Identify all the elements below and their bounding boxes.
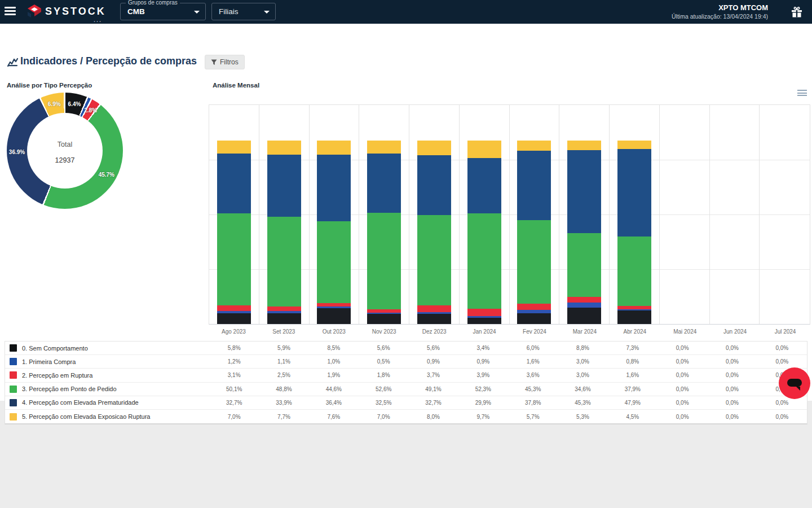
bar-segment[interactable] [617, 149, 651, 237]
bar-segment[interactable] [517, 304, 551, 310]
bar-segment[interactable] [367, 314, 401, 324]
bar-segment[interactable] [417, 141, 451, 155]
table-value-cell: 0,0% [707, 400, 757, 406]
bar-segment[interactable] [267, 141, 301, 155]
table-value-cell: 0,0% [757, 400, 807, 406]
table-value-cell: 5,7% [508, 414, 558, 420]
bar-segment[interactable] [217, 213, 251, 305]
table-value-cell: 0,9% [458, 358, 508, 365]
bar-segment[interactable] [467, 318, 501, 324]
bar-segment[interactable] [317, 308, 351, 324]
bar-column [559, 105, 610, 324]
bar-segment[interactable] [217, 154, 251, 213]
bar-segment[interactable] [567, 303, 601, 308]
table-value-cell: 0,0% [657, 372, 707, 378]
bar-segment[interactable] [417, 314, 451, 324]
bar-segment[interactable] [467, 213, 501, 309]
legend-item[interactable]: 1. Primeira Compra [5, 358, 209, 365]
chevron-down-icon [264, 11, 270, 14]
legend-item[interactable]: 3. Percepção em Ponto de Pedido [5, 386, 209, 393]
table-value-cell: 0,0% [757, 414, 807, 420]
dropdown-value: Filiais [219, 3, 239, 20]
filiais-dropdown[interactable]: Filiais [211, 3, 276, 20]
bar-segment[interactable] [617, 237, 651, 306]
table-value-cell: 45,3% [558, 400, 607, 406]
bar-column [359, 105, 409, 324]
table-row: 0. Sem Comportamento5,8%5,9%8,5%5,6%5,6%… [5, 341, 807, 355]
account-info: XPTO MTCOM Última atualização: 13/04/202… [672, 3, 768, 20]
stacked-bar-chart [209, 104, 810, 325]
donut-chart-wrap: Total 12937 6.4%2.8%45.7%36.9%6.9% [7, 93, 123, 209]
table-value-cell: 7,0% [209, 414, 259, 420]
bar-segment[interactable] [517, 141, 551, 151]
bar-segment[interactable] [517, 220, 551, 303]
donut-slice-label: 6.9% [48, 101, 61, 107]
bar-segment[interactable] [367, 141, 401, 154]
bar-segment[interactable] [317, 141, 351, 155]
table-row: 3. Percepção em Ponto de Pedido50,1%48,8… [5, 383, 807, 396]
bar-chart-title: Análise Mensal [213, 82, 259, 89]
bar-segment[interactable] [567, 297, 601, 303]
filters-button[interactable]: Filtros [205, 55, 245, 69]
grupos-de-compras-dropdown[interactable]: Grupos de compras CMB [120, 3, 206, 20]
bar-segment[interactable] [367, 213, 401, 309]
bar-segment[interactable] [517, 151, 551, 220]
chat-bubble-tail [796, 387, 800, 391]
legend-item[interactable]: 0. Sem Comportamento [5, 344, 209, 352]
bar-segment[interactable] [417, 215, 451, 305]
bar-segment[interactable] [517, 313, 551, 325]
legend-item[interactable]: 5. Percepção com Elevada Exposicao Ruptu… [5, 413, 209, 421]
bar-segment[interactable] [617, 310, 651, 324]
bar-segment[interactable] [567, 150, 601, 233]
legend-item[interactable]: 4. Percepção com Elevada Prematuridade [5, 399, 209, 406]
table-value-cell: 3,1% [209, 372, 259, 378]
bar-segment[interactable] [467, 141, 501, 159]
stacked-bar [517, 141, 551, 324]
table-value-cell: 0,0% [657, 358, 707, 365]
bar-segment[interactable] [267, 306, 301, 311]
series-data-table: 0. Sem Comportamento5,8%5,9%8,5%5,6%5,6%… [5, 341, 807, 424]
bar-segment[interactable] [467, 158, 501, 213]
indicators-chart-icon [7, 56, 19, 68]
bar-segment[interactable] [417, 305, 451, 312]
gift-icon[interactable] [791, 6, 803, 18]
x-axis-label: Out 2023 [309, 329, 359, 335]
donut-slice-label: 45.7% [99, 172, 114, 178]
chart-context-menu-icon[interactable] [797, 90, 807, 97]
bar-segment[interactable] [617, 141, 651, 149]
bar-segment[interactable] [567, 233, 601, 296]
main-content: Indicadores / Percepção de compras Filtr… [0, 24, 812, 401]
bar-segment[interactable] [267, 313, 301, 324]
table-value-cell: 3,6% [508, 372, 558, 378]
bar-segment[interactable] [317, 155, 351, 221]
bar-segment[interactable] [267, 155, 301, 217]
table-value-cell: 6,0% [508, 345, 558, 351]
bar-segment[interactable] [567, 308, 601, 324]
account-name: XPTO MTCOM [672, 3, 768, 12]
brand-dots: ... [94, 16, 102, 23]
menu-icon[interactable] [5, 7, 16, 16]
bar-segment[interactable] [217, 313, 251, 324]
table-value-cell: 7,3% [608, 345, 657, 351]
last-update-text: Última atualização: 13/04/2024 19:4) [672, 13, 768, 20]
bar-segment[interactable] [417, 155, 451, 215]
table-value-cell: 8,5% [309, 345, 359, 351]
bar-segment[interactable] [217, 141, 251, 154]
bar-segment[interactable] [467, 309, 501, 316]
table-value-cell: 9,7% [458, 414, 508, 420]
bar-segment[interactable] [567, 141, 601, 150]
legend-swatch [10, 413, 17, 421]
bar-segment[interactable] [267, 217, 301, 306]
page-title: Indicadores / Percepção de compras [20, 55, 197, 67]
x-axis: Ago 2023Set 2023Out 2023Nov 2023Dez 2023… [209, 329, 810, 335]
legend-label: 5. Percepção com Elevada Exposicao Ruptu… [22, 413, 150, 420]
bar-segment[interactable] [367, 154, 401, 213]
legend-item[interactable]: 2. Percepção em Ruptura [5, 371, 209, 379]
bar-segment[interactable] [217, 305, 251, 311]
bar-segment[interactable] [317, 221, 351, 303]
legend-label: 4. Percepção com Elevada Prematuridade [22, 399, 139, 406]
chat-launcher-button[interactable] [779, 367, 810, 399]
x-axis-label: Jun 2024 [710, 329, 760, 335]
table-value-cell: 52,3% [458, 386, 508, 392]
table-value-cell: 7,7% [259, 414, 308, 420]
